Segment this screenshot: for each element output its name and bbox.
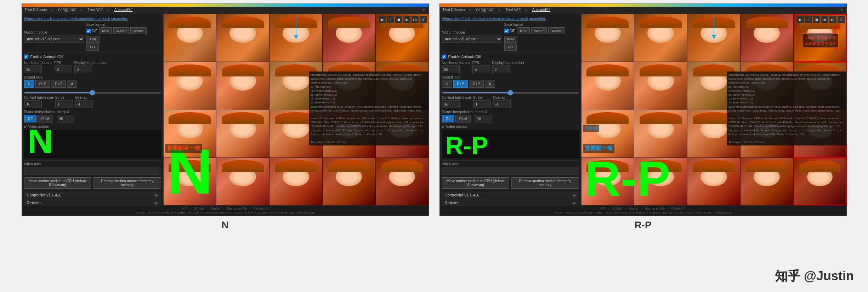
section-vae-r[interactable]: G15圈 VAE (476, 8, 494, 13)
api-link[interactable]: API (182, 207, 188, 210)
interp-x-input-r[interactable] (475, 115, 492, 122)
version-bar-left: API • Github • Gradio • Startup profile … (22, 205, 429, 216)
left-sidebar-right: Please click this link to read the docum… (440, 14, 581, 205)
enable-animatediff-label-r: Enable AnimateDiff (448, 55, 481, 59)
animatediff-doc-link-r[interactable]: Please click this link to read the docum… (442, 17, 546, 21)
motion-save-row-r: Motion module mm_sd_v15_v2.ckpt Save for… (442, 23, 579, 51)
closed-loop-n-btn[interactable]: N (24, 80, 34, 88)
pause-btn[interactable]: ⏸ (387, 16, 394, 23)
stop-btn-r[interactable]: ⏹ (813, 16, 820, 23)
stride-input-r[interactable] (473, 100, 491, 108)
closed-loop-rp-btn-r[interactable]: R+P (453, 80, 468, 88)
webm-btn-r[interactable]: WEBM (548, 27, 565, 34)
gradio-link[interactable]: Gradio (210, 207, 220, 210)
png-btn[interactable]: PNG (86, 36, 100, 43)
interp-film-btn-r[interactable]: FILM (455, 115, 471, 122)
face-cell-r (741, 14, 793, 62)
annotation-inconsistent: 首尾帧不一致 (165, 144, 202, 153)
top-gradient-bar-right (440, 4, 846, 7)
remove-from-memory-btn-r[interactable]: Remove motion module from any memory (511, 177, 579, 189)
txt-btn-r[interactable]: TXT (504, 44, 517, 51)
section-vae[interactable]: G15圈 VAE (58, 8, 76, 13)
closed-loop-a-btn[interactable]: A (67, 80, 77, 88)
num-frames-input-r[interactable] (442, 65, 460, 73)
interp-film-btn[interactable]: FILM (38, 115, 53, 122)
num-frames-input[interactable] (24, 65, 42, 73)
startup-profile-link[interactable]: Startup profile (227, 207, 247, 210)
move-to-cpu-btn-r[interactable]: Move motion module to CPU (default if lo… (442, 177, 510, 189)
closed-loop-n-btn-r[interactable]: N (442, 80, 452, 88)
stop-btn[interactable]: ⏹ (395, 16, 402, 23)
controlnet-section-r[interactable]: ControlNet v1.1.416 ▶ (442, 191, 579, 199)
motion-module-select[interactable]: mm_sd_v15_v2.ckpt (24, 35, 84, 43)
section-tiled-vae[interactable]: Tiled VAE (87, 8, 103, 13)
back-btn[interactable]: ⏮ (403, 16, 410, 23)
mp4-btn-r[interactable]: MP4 (517, 27, 530, 34)
back-btn-r[interactable]: ⏮ (821, 16, 828, 23)
overlap-input-r[interactable] (493, 100, 511, 108)
overlap-input[interactable] (75, 100, 93, 108)
gradio-link-r[interactable]: Gradio (628, 207, 638, 210)
pause-btn-r[interactable]: ⏸ (805, 16, 812, 23)
section-tiled-vae-r[interactable]: Tiled VAE (505, 8, 521, 13)
face-cell (270, 158, 322, 205)
enable-animatediff-checkbox-r[interactable] (442, 55, 446, 59)
github-link-r[interactable]: Github (612, 207, 622, 210)
controlnet-section[interactable]: ControlNet v1.1.416 ▶ (24, 191, 161, 199)
txt-btn[interactable]: TXT (86, 44, 99, 51)
forward-btn[interactable]: ⏭ (412, 16, 419, 23)
interp-x-input[interactable] (57, 115, 74, 122)
closed-loop-rp2-btn-r[interactable]: R+P (469, 80, 484, 88)
panel-right: Tiled Diffusion ▶ G15圈 VAE ▶ Tiled VAE ▶… (439, 4, 847, 216)
interp-off-btn[interactable]: Off (24, 115, 36, 122)
reactor-section-r[interactable]: ReActor ▶ (442, 199, 579, 205)
webp-btn-r[interactable]: WEBP (531, 27, 547, 34)
video-path-input-r[interactable] (442, 167, 579, 174)
context-batch-input-r[interactable] (442, 100, 460, 108)
reactor-section[interactable]: ReActor ▶ (24, 199, 161, 205)
png-btn-r[interactable]: PNG (504, 36, 518, 43)
closed-loop-rp-btn[interactable]: R+P (35, 80, 50, 88)
move-to-cpu-btn[interactable]: Move motion module to CPU (default if lo… (24, 177, 92, 189)
webp-btn[interactable]: WEBP (113, 27, 129, 34)
enable-animatediff-label: Enable AnimateDiff (30, 55, 63, 59)
play-btn[interactable]: ▶ (379, 16, 386, 23)
closed-loop-a-btn-r[interactable]: A (485, 80, 495, 88)
webm-btn[interactable]: WEBM (130, 27, 147, 34)
github-link[interactable]: Github (194, 207, 204, 210)
context-slider[interactable] (24, 92, 161, 93)
stride-input[interactable] (55, 100, 73, 108)
mp4-btn[interactable]: MP4 (99, 27, 112, 34)
frames-fps-row: Number of frames FPS Display loop number (24, 61, 161, 73)
startup-profile-link-r[interactable]: Startup profile (645, 207, 665, 210)
section-tiled-diffusion-r[interactable]: Tiled Diffusion (443, 8, 465, 13)
api-link-r[interactable]: API (600, 207, 606, 210)
loop-btn-r[interactable]: ↺ (838, 16, 845, 23)
forward-btn-r[interactable]: ⏭ (829, 16, 836, 23)
display-loop-input-r[interactable] (492, 65, 510, 73)
closed-loop-rp2-btn[interactable]: R+P (51, 80, 66, 88)
remove-from-memory-btn[interactable]: Remove motion module from any memory (93, 177, 161, 189)
fps-input-r[interactable] (472, 65, 490, 73)
reload-ui-link[interactable]: Reload UI (254, 207, 268, 210)
chevron-icon: ▶ (24, 125, 27, 128)
enable-animatediff-checkbox[interactable] (24, 55, 28, 59)
context-stride-overlap-row: Context batch size Stride Overlap (24, 96, 161, 108)
context-slider-r[interactable] (442, 92, 579, 93)
reload-ui-link-r[interactable]: Reload UI (671, 207, 686, 210)
fps-input[interactable] (55, 65, 72, 73)
section-tiled-diffusion[interactable]: Tiled Diffusion (25, 8, 47, 13)
section-animatediff-r[interactable]: AnimateDiff (532, 8, 551, 13)
play-btn-r[interactable]: ▶ (797, 16, 804, 23)
section-animatediff[interactable]: AnimateDiff (114, 8, 133, 13)
caption-right: R-P (439, 219, 847, 231)
loop-btn[interactable]: ↺ (420, 16, 427, 23)
interp-off-btn-r[interactable]: Off (442, 115, 454, 122)
display-loop-input[interactable] (74, 65, 92, 73)
motion-module-select-r[interactable]: mm_sd_v15_v2.ckpt (442, 35, 502, 43)
video-path-input[interactable] (24, 167, 161, 174)
context-batch-input[interactable] (24, 100, 42, 108)
gif-checkbox[interactable] (86, 29, 91, 33)
gif-checkbox-r[interactable] (504, 29, 509, 33)
animatediff-doc-link[interactable]: Please click this link to read the docum… (24, 17, 128, 21)
